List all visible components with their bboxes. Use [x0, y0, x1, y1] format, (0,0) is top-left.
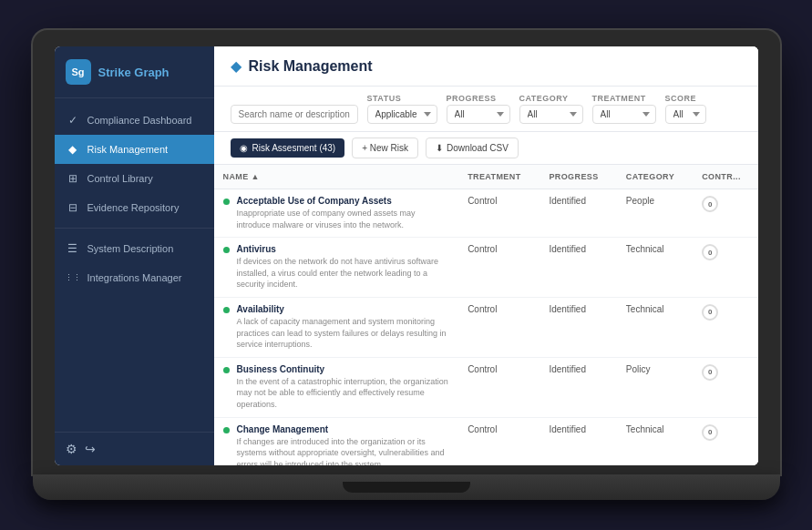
- search-group: [231, 105, 358, 124]
- col-header-category[interactable]: CATEGORY: [617, 165, 693, 189]
- main-content: ◆ Risk Management STATUS Applicable: [214, 46, 758, 465]
- score-label: SCORE: [665, 94, 706, 103]
- risk-progress: Identified: [540, 297, 616, 357]
- logo-text: Strike Graph: [98, 66, 170, 79]
- actions-bar: ◉ Risk Assesment (43) + New Risk ⬇ Downl…: [214, 132, 758, 165]
- status-dot: [223, 199, 230, 205]
- risk-table: NAME ▲ TREATMENT PROGRESS CATEGORY CONTR…: [214, 165, 758, 465]
- logout-icon[interactable]: ↪: [85, 442, 96, 456]
- page-title: Risk Management: [249, 58, 373, 75]
- risk-treatment: Control: [458, 189, 540, 238]
- risk-category: Technical: [617, 238, 693, 298]
- risk-progress: Identified: [540, 189, 616, 238]
- risk-management-icon: ◆: [66, 142, 80, 157]
- risk-score: 0: [693, 238, 757, 298]
- treatment-select[interactable]: All: [592, 105, 656, 124]
- risk-score: 0: [693, 417, 757, 465]
- score-badge: 0: [702, 196, 718, 212]
- risk-category: Policy: [617, 357, 693, 417]
- col-header-treatment[interactable]: TREATMENT: [458, 165, 540, 189]
- risk-name-cell: Antivirus If devices on the network do n…: [214, 238, 459, 298]
- sidebar-bottom: ⚙ ↪: [55, 432, 214, 465]
- sidebar-item-risk-management[interactable]: ◆ Risk Management: [55, 135, 214, 164]
- risk-score: 0: [693, 297, 757, 357]
- status-dot: [223, 307, 230, 313]
- risk-name-cell: Change Management If changes are introdu…: [214, 417, 459, 465]
- filters-bar: STATUS Applicable PROGRESS All CATEGORY: [214, 87, 758, 132]
- treatment-filter-group: TREATMENT All: [592, 94, 656, 124]
- category-filter-group: CATEGORY All: [519, 94, 583, 124]
- category-label: CATEGORY: [519, 94, 583, 103]
- evidence-repository-icon: ⊟: [66, 200, 80, 215]
- risk-treatment: Control: [458, 357, 540, 417]
- risk-progress: Identified: [540, 238, 616, 298]
- risk-category: Technical: [617, 417, 693, 465]
- risk-name-cell: Availability A lack of capacity manageme…: [214, 297, 459, 357]
- risk-table-container[interactable]: NAME ▲ TREATMENT PROGRESS CATEGORY CONTR…: [214, 165, 758, 465]
- sidebar-item-system-description[interactable]: ☰ System Description: [55, 234, 214, 263]
- risk-category: Technical: [617, 297, 693, 357]
- table-row[interactable]: Acceptable Use of Company Assets Inappro…: [214, 189, 758, 238]
- col-header-name[interactable]: NAME ▲: [214, 165, 459, 189]
- laptop-base: [33, 474, 780, 500]
- risk-name: Availability: [237, 304, 450, 314]
- page-header-icon: ◆: [231, 57, 242, 75]
- table-row[interactable]: Change Management If changes are introdu…: [214, 417, 758, 465]
- sidebar-item-compliance-dashboard[interactable]: ✓ Compliance Dashboard: [55, 106, 214, 135]
- risk-score: 0: [693, 189, 757, 238]
- logo-icon: Sg: [66, 59, 91, 85]
- compliance-dashboard-icon: ✓: [66, 113, 80, 127]
- status-dot: [223, 367, 230, 373]
- table-row[interactable]: Antivirus If devices on the network do n…: [214, 238, 758, 298]
- risk-desc: In the event of a catastrophic interrupt…: [237, 376, 450, 411]
- table-row[interactable]: Availability A lack of capacity manageme…: [214, 297, 758, 357]
- integrations-manager-icon: ⋮⋮: [66, 270, 80, 285]
- risk-progress: Identified: [540, 417, 616, 465]
- risk-desc: If changes are introduced into the organ…: [237, 436, 450, 465]
- progress-label: PROGRESS: [447, 94, 510, 103]
- search-input[interactable]: [231, 105, 358, 124]
- risk-progress: Identified: [540, 357, 616, 417]
- table-row[interactable]: Business Continuity In the event of a ca…: [214, 357, 758, 417]
- progress-select[interactable]: All: [447, 105, 510, 124]
- new-risk-button[interactable]: + New Risk: [352, 138, 418, 158]
- category-select[interactable]: All: [519, 105, 583, 124]
- status-select[interactable]: Applicable: [367, 105, 437, 124]
- risk-assessment-icon: ◉: [240, 143, 248, 153]
- settings-icon[interactable]: ⚙: [66, 442, 77, 456]
- risk-desc: If devices on the network do not have an…: [237, 256, 450, 290]
- risk-name-cell: Acceptable Use of Company Assets Inappro…: [214, 189, 459, 238]
- score-select[interactable]: All: [665, 105, 706, 124]
- page-header: ◆ Risk Management: [214, 46, 758, 87]
- risk-category: People: [617, 189, 693, 238]
- risk-name: Acceptable Use of Company Assets: [237, 196, 450, 206]
- status-label: STATUS: [367, 94, 437, 103]
- status-dot: [223, 247, 230, 253]
- score-filter-group: SCORE All: [665, 94, 706, 124]
- sidebar: Sg Strike Graph ✓ Compliance Dashboard ◆…: [55, 46, 214, 465]
- sidebar-item-integrations-manager[interactable]: ⋮⋮ Integrations Manager: [55, 263, 214, 292]
- risk-name: Antivirus: [237, 244, 450, 254]
- download-csv-button[interactable]: ⬇ Download CSV: [426, 138, 519, 158]
- risk-score: 0: [693, 357, 757, 417]
- sidebar-item-control-library[interactable]: ⊞ Control Library: [55, 164, 214, 193]
- col-header-progress[interactable]: PROGRESS: [540, 165, 616, 189]
- treatment-label: TREATMENT: [592, 94, 656, 103]
- sidebar-item-evidence-repository[interactable]: ⊟ Evidence Repository: [55, 193, 214, 222]
- sidebar-logo: Sg Strike Graph: [55, 46, 214, 98]
- laptop-container: Sg Strike Graph ✓ Compliance Dashboard ◆…: [33, 30, 780, 500]
- risk-treatment: Control: [458, 417, 540, 465]
- sidebar-divider: [55, 228, 214, 229]
- status-filter-group: STATUS Applicable: [367, 94, 437, 124]
- laptop-screen: Sg Strike Graph ✓ Compliance Dashboard ◆…: [55, 46, 758, 465]
- screen-bezel: Sg Strike Graph ✓ Compliance Dashboard ◆…: [33, 30, 780, 474]
- risk-name-cell: Business Continuity In the event of a ca…: [214, 357, 459, 417]
- control-library-icon: ⊞: [66, 171, 80, 186]
- laptop-notch: [343, 482, 470, 493]
- risk-name: Business Continuity: [237, 364, 450, 374]
- risk-treatment: Control: [458, 238, 540, 298]
- score-badge: 0: [702, 244, 718, 260]
- risk-desc: A lack of capacity management and system…: [237, 316, 450, 351]
- risk-assessment-button[interactable]: ◉ Risk Assesment (43): [231, 138, 345, 158]
- score-badge: 0: [702, 364, 718, 381]
